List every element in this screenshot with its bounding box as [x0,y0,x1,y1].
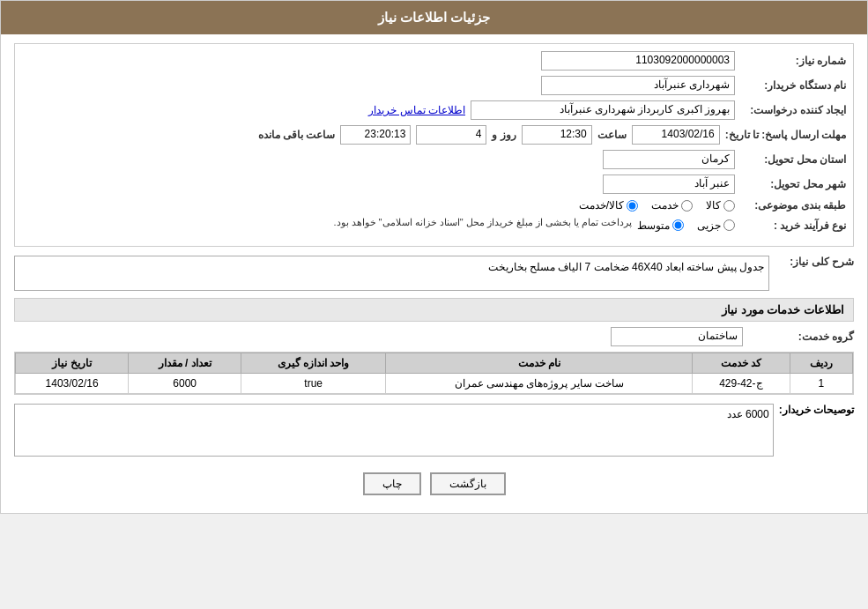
mohlat-row: مهلت ارسال پاسخ: تا تاریخ: 1403/02/16 سا… [22,125,846,145]
radio-khedmat-label: خدمت [651,199,679,212]
shomare-niaz-value: 1103092000000003 [541,51,735,71]
ijad-konande-row: ایجاد کننده درخواست: بهروز اکبری کاربردا… [22,100,846,120]
date-value: 1403/02/16 [632,125,720,145]
ijad-konande-label: ایجاد کننده درخواست: [740,104,846,116]
toseeh-text: 6000 عدد [727,408,769,420]
main-content: شماره نیاز: 1103092000000003 نام دستگاه … [1,34,867,513]
page-title: جزئیات اطلاعات نیاز [378,10,490,25]
cell-vahed: true [241,374,386,394]
groh-khedmat-value: ساختمان [611,327,743,346]
toseeh-row: توصیحات خریدار: 6000 عدد [14,404,854,457]
radio-jozyi[interactable]: جزیی [697,219,735,232]
cell-tedad: 6000 [129,374,241,394]
radio-kala[interactable]: کالا [706,199,735,212]
sharh-koli-label: شرح کلی نیاز: [775,256,854,268]
cell-nam: ساخت سایر پروژه‌های مهندسی عمران [386,374,693,394]
roz-label: روز و [492,129,516,141]
noe-farayand-row: نوع فرآیند خرید : جزیی متوسط پرداخت تمام… [22,217,846,234]
table-header-row: ردیف کد خدمت نام خدمت واحد اندازه گیری ت… [16,353,853,374]
groh-khedmat-label: گروه خدمت: [748,330,854,343]
col-radif: ردیف [790,353,852,374]
cell-tarikh: 1403/02/16 [16,374,129,394]
nam-dastgah-value: شهرداری عنبرآباد [541,76,735,95]
radio-jozyi-input[interactable] [723,219,735,231]
mohlat-label: مهلت ارسال پاسخ: تا تاریخ: [725,129,846,141]
col-nam: نام خدمت [386,353,693,374]
shahr-value: عنبر آباد [603,175,735,194]
print-button[interactable]: چاپ [363,472,421,495]
radio-kalakhedmat-input[interactable] [627,200,638,212]
note-text: پرداخت تمام یا بخشی از مبلغ خریداز محل "… [333,217,632,228]
shahr-label: شهر محل تحویل: [740,178,846,190]
radio-motavaset-label: متوسط [637,219,670,232]
radio-kala-input[interactable] [723,200,735,212]
sharh-koli-value: جدول پیش ساخته ابعاد 46X40 ضخامت 7 الیاف… [14,256,769,291]
back-button[interactable]: بازگشت [430,472,506,495]
radio-kala-label: کالا [706,199,721,212]
toseeh-label: توصیحات خریدار: [779,404,854,416]
radio-kalakhedmat-label: کالا/خدمت [579,199,624,212]
ostan-value: کرمان [603,150,735,169]
saat-value: 12:30 [522,125,592,145]
nam-dastgah-row: نام دستگاه خریدار: شهرداری عنبرآباد [22,76,846,95]
shomare-niaz-label: شماره نیاز: [740,55,846,67]
col-tedad: تعداد / مقدار [129,353,241,374]
sharh-koli-row: شرح کلی نیاز: جدول پیش ساخته ابعاد 46X40… [14,256,854,291]
radio-jozyi-label: جزیی [697,219,721,232]
baghimandeh-value: 23:20:13 [340,125,411,145]
radio-khedmat-input[interactable] [681,200,693,212]
nam-dastgah-label: نام دستگاه خریدار: [740,79,846,92]
services-table: ردیف کد خدمت نام خدمت واحد اندازه گیری ت… [15,353,853,394]
contact-info-link[interactable]: اطلاعات تماس خریدار [368,104,465,116]
page-wrapper: جزئیات اطلاعات نیاز شماره نیاز: 11030920… [0,0,868,514]
khadamat-section-title: اطلاعات خدمات مورد نیاز [14,298,854,322]
shomare-niaz-row: شماره نیاز: 1103092000000003 [22,51,846,71]
tabaghe-label: طبقه بندی موضوعی: [740,199,846,212]
saat-label: ساعت [597,129,627,141]
radio-motavaset-input[interactable] [672,219,684,231]
info-section: شماره نیاز: 1103092000000003 نام دستگاه … [14,43,854,247]
radio-kala-khedmat[interactable]: کالا/خدمت [579,199,638,212]
table-row: 1 ج-42-429 ساخت سایر پروژه‌های مهندسی عم… [16,374,853,394]
farayand-radio-group: جزیی متوسط [637,219,735,232]
cell-radif: 1 [790,374,852,394]
radio-motavaset[interactable]: متوسط [637,219,684,232]
page-header: جزئیات اطلاعات نیاز [1,1,867,34]
ijad-konande-value: بهروز اکبری کاربرداز شهرداری عنبرآباد [471,100,735,120]
toseeh-value: 6000 عدد [14,404,774,457]
button-row: بازگشت چاپ [14,464,854,504]
col-vahed: واحد اندازه گیری [241,353,386,374]
groh-khedmat-row: گروه خدمت: ساختمان [14,327,854,346]
cell-kod: ج-42-429 [693,374,790,394]
shahr-row: شهر محل تحویل: عنبر آباد [22,175,846,194]
tabaghe-row: طبقه بندی موضوعی: کالا خدمت کالا/خدمت [22,199,846,212]
tabaghe-radio-group: کالا خدمت کالا/خدمت [579,199,735,212]
ostan-label: استان محل تحویل: [740,153,846,166]
col-kod: کد خدمت [693,353,790,374]
baghimandeh-label: ساعت باقی مانده [258,129,336,141]
noe-farayand-label: نوع فرآیند خرید : [740,219,846,232]
services-table-container: ردیف کد خدمت نام خدمت واحد اندازه گیری ت… [14,352,854,395]
radio-khedmat[interactable]: خدمت [651,199,693,212]
ostan-row: استان محل تحویل: کرمان [22,150,846,169]
col-tarikh: تاریخ نیاز [16,353,129,374]
roz-value: 4 [416,125,486,145]
